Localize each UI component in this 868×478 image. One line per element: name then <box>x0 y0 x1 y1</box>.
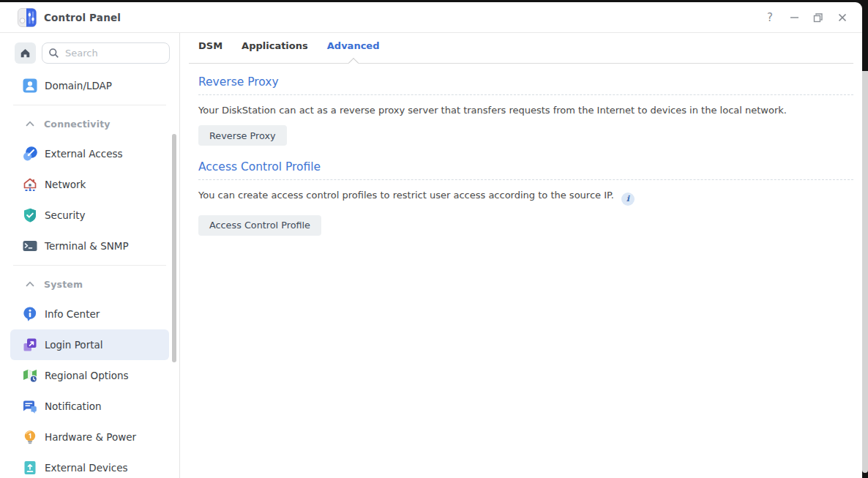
sidebar-scrollbar-thumb[interactable] <box>172 134 176 362</box>
sidebar-item-label: External Access <box>45 148 123 160</box>
sidebar-item-label: Regional Options <box>45 370 129 381</box>
sidebar-item-label: Security <box>45 209 85 221</box>
info-center-icon <box>22 306 38 322</box>
reverse-proxy-section: Reverse Proxy Your DiskStation can act a… <box>198 75 853 146</box>
sidebar-item-external-devices[interactable]: External Devices <box>10 452 169 478</box>
sidebar-item-label: External Devices <box>45 462 128 474</box>
sidebar-item-label: Notification <box>45 400 101 412</box>
help-icon: ? <box>767 11 773 24</box>
restore-icon <box>813 12 823 23</box>
external-access-icon <box>22 146 38 162</box>
search-field-wrap <box>42 42 170 64</box>
terminal-snmp-icon <box>22 238 38 254</box>
sidebar-item-login-portal[interactable]: Login Portal <box>10 329 169 360</box>
tab-advanced[interactable]: Advanced <box>327 40 380 51</box>
access-control-profile-section: Access Control Profile You can create ac… <box>198 160 853 236</box>
external-devices-icon <box>22 460 38 476</box>
sidebar-item-notification[interactable]: Notification <box>10 391 169 422</box>
window-title: Control Panel <box>44 12 121 23</box>
section-header-label: System <box>44 279 83 290</box>
sidebar-item-network[interactable]: Network <box>10 169 169 200</box>
sidebar-nav: Domain/LDAP Connectivity External Access <box>0 64 179 478</box>
regional-options-icon <box>22 367 38 384</box>
access-control-description-row: You can create access control profiles t… <box>198 190 853 206</box>
main-content: DSM Applications Advanced Reverse Proxy … <box>180 33 862 478</box>
sidebar-item-external-access[interactable]: External Access <box>10 138 169 169</box>
section-header-label: Connectivity <box>44 119 111 130</box>
search-icon <box>48 48 59 59</box>
dashed-divider <box>198 179 853 180</box>
close-icon <box>838 13 847 22</box>
minimize-button[interactable] <box>785 8 804 27</box>
notification-icon <box>22 398 38 414</box>
sidebar-item-security[interactable]: Security <box>10 200 169 231</box>
restore-button[interactable] <box>809 8 828 27</box>
sidebar-item-label: Hardware & Power <box>45 431 136 443</box>
sidebar-item-regional-options[interactable]: Regional Options <box>10 360 169 391</box>
sidebar-section-system[interactable]: System <box>10 269 169 299</box>
access-control-description: You can create access control profiles t… <box>198 190 614 201</box>
minimize-icon <box>790 12 799 22</box>
sidebar-item-domain-ldap[interactable]: Domain/LDAP <box>10 70 169 101</box>
background-window-edge <box>862 71 868 473</box>
reverse-proxy-button[interactable]: Reverse Proxy <box>198 125 287 146</box>
security-icon <box>22 207 38 223</box>
control-panel-app-icon <box>18 8 37 27</box>
section-title-reverse-proxy: Reverse Proxy <box>198 75 853 89</box>
sidebar: Domain/LDAP Connectivity External Access <box>0 33 180 478</box>
help-button[interactable]: ? <box>760 8 779 27</box>
sidebar-item-terminal-snmp[interactable]: Terminal & SNMP <box>10 231 169 261</box>
sidebar-item-label: Network <box>45 179 86 190</box>
home-icon <box>19 47 31 59</box>
section-title-access-control-profile: Access Control Profile <box>198 160 853 173</box>
tab-dsm[interactable]: DSM <box>198 40 222 51</box>
sidebar-section-connectivity[interactable]: Connectivity <box>10 109 169 138</box>
control-panel-window: Control Panel ? <box>0 2 862 478</box>
hardware-power-icon <box>22 429 38 445</box>
reverse-proxy-description: Your DiskStation can act as a reverse pr… <box>198 105 853 116</box>
sidebar-item-label: Info Center <box>45 308 100 320</box>
close-button[interactable] <box>833 8 852 27</box>
domain-ldap-icon <box>22 78 38 94</box>
info-icon[interactable]: i <box>621 193 635 206</box>
home-button[interactable] <box>15 42 36 64</box>
network-icon <box>22 176 38 193</box>
tabbar: DSM Applications Advanced <box>189 40 853 64</box>
sidebar-item-label: Domain/LDAP <box>45 80 112 92</box>
sidebar-item-info-center[interactable]: Info Center <box>10 299 169 329</box>
sidebar-item-hardware-power[interactable]: Hardware & Power <box>10 422 169 452</box>
sidebar-item-label: Login Portal <box>45 339 103 351</box>
tab-applications[interactable]: Applications <box>242 40 308 51</box>
access-control-profile-button[interactable]: Access Control Profile <box>198 215 321 236</box>
sidebar-item-label: Terminal & SNMP <box>45 240 129 252</box>
login-portal-icon <box>22 337 38 353</box>
search-input[interactable] <box>42 42 170 64</box>
titlebar: Control Panel ? <box>0 2 862 33</box>
chevron-up-icon <box>26 121 34 127</box>
sidebar-divider <box>13 265 166 266</box>
dashed-divider <box>198 94 853 95</box>
chevron-up-icon <box>26 281 34 287</box>
sidebar-divider <box>13 105 166 105</box>
